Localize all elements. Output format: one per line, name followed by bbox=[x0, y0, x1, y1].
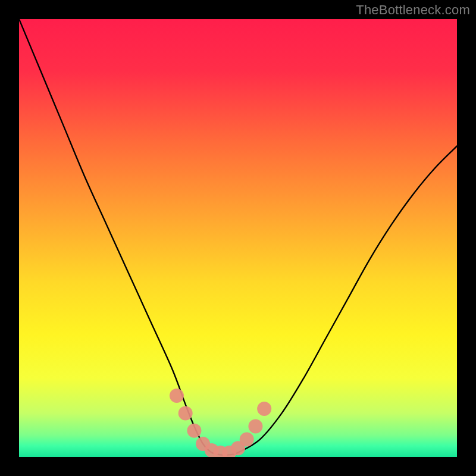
highlight-dot bbox=[240, 433, 254, 447]
watermark-text: TheBottleneck.com bbox=[356, 2, 470, 18]
chart-frame: TheBottleneck.com bbox=[0, 0, 476, 476]
highlight-dot bbox=[187, 424, 201, 438]
plot-svg bbox=[19, 19, 457, 457]
highlight-dot bbox=[178, 406, 193, 420]
gradient-background bbox=[19, 19, 457, 457]
plot-area bbox=[19, 19, 457, 457]
highlight-dot bbox=[170, 389, 184, 403]
highlight-dot bbox=[257, 402, 271, 416]
highlight-dot bbox=[248, 419, 262, 433]
